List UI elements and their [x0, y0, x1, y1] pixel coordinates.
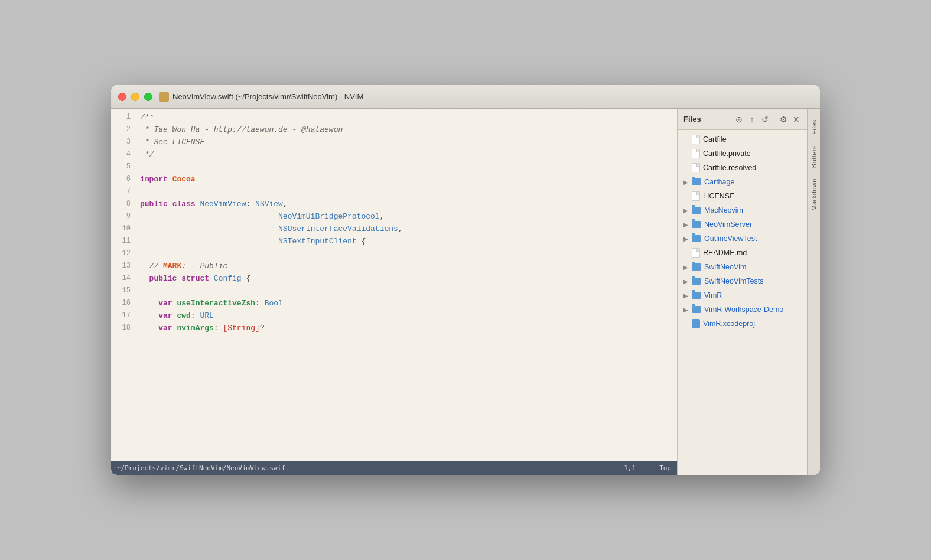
- line-content: // MARK: - Public: [138, 260, 677, 272]
- files-panel-title: Files: [683, 115, 701, 123]
- file-list[interactable]: Cartfile Cartfile.private Cartfile.resol…: [678, 130, 807, 475]
- file-type-icon: [159, 92, 169, 102]
- line-content: [138, 185, 677, 198]
- file-icon: [692, 248, 700, 258]
- table-row: 11 NSTextInputClient {: [111, 235, 677, 248]
- file-icon: [692, 191, 700, 201]
- list-item[interactable]: README.md: [678, 246, 807, 260]
- line-number: 13: [111, 260, 138, 272]
- editor-area: 1 /** 2 * Tae Won Ha - http://taewon.de …: [111, 109, 677, 475]
- line-number: 6: [111, 173, 138, 185]
- file-name: VimR.xcodeproj: [703, 320, 755, 328]
- file-icon: [692, 163, 700, 172]
- folder-name: VimR: [704, 291, 722, 299]
- line-number: 9: [111, 210, 138, 223]
- folder-name: VimR-Workspace-Demo: [704, 305, 783, 314]
- folder-icon: [692, 292, 701, 299]
- up-arrow-icon[interactable]: ↑: [747, 115, 757, 124]
- line-content: public class NeoVimView: NSView,: [138, 198, 677, 210]
- list-item[interactable]: ▶ Carthage: [678, 175, 807, 189]
- target-icon[interactable]: ⊙: [734, 115, 744, 124]
- file-panel: Files ⊙ ↑ ↺ | ⚙ ✕: [677, 109, 807, 475]
- list-item[interactable]: ▶ SwiftNeoVim: [678, 260, 807, 274]
- status-position: 1,1: [624, 464, 636, 472]
- table-row: 2 * Tae Won Ha - http://taewon.de - @hat…: [111, 123, 677, 136]
- line-content: NSUserInterfaceValidations,: [138, 223, 677, 235]
- file-icon: [692, 135, 700, 144]
- line-content: [138, 285, 677, 297]
- line-number: 16: [111, 297, 138, 310]
- file-name: Cartfile: [703, 135, 727, 144]
- line-number: 12: [111, 248, 138, 260]
- status-bar: ~/Projects/vimr/SwiftNeoVim/NeoVimView.s…: [111, 461, 677, 475]
- folder-icon: [692, 263, 701, 271]
- file-panel-toolbar: ⊙ ↑ ↺ | ⚙ ✕: [734, 115, 801, 124]
- file-name: LICENSE: [703, 192, 735, 200]
- line-number: 2: [111, 123, 138, 136]
- expand-arrow-icon: ▶: [682, 221, 689, 228]
- expand-arrow-icon: ▶: [682, 235, 689, 242]
- table-row: 8 public class NeoVimView: NSView,: [111, 198, 677, 210]
- line-content: import Cocoa: [138, 173, 677, 185]
- list-item[interactable]: ▶ SwiftNeoVimTests: [678, 274, 807, 288]
- expand-arrow-icon: ▶: [682, 178, 689, 185]
- side-tabs: Files Buffers Markdown: [807, 109, 820, 475]
- line-number: 8: [111, 198, 138, 210]
- folder-name: MacNeovim: [704, 206, 743, 214]
- gear-icon[interactable]: ⚙: [779, 115, 788, 124]
- line-content: /**: [138, 111, 677, 123]
- list-item[interactable]: ▶ MacNeovim: [678, 203, 807, 217]
- tab-buffers[interactable]: Buffers: [809, 141, 819, 172]
- table-row: 14 public struct Config {: [111, 272, 677, 285]
- close-icon[interactable]: ✕: [792, 115, 801, 124]
- line-content: [138, 161, 677, 173]
- line-number: 17: [111, 310, 138, 322]
- list-item[interactable]: Cartfile: [678, 132, 807, 146]
- list-item[interactable]: ▶ OutlineViewTest: [678, 232, 807, 246]
- folder-icon: [692, 278, 701, 285]
- line-content: [138, 248, 677, 260]
- folder-icon: [692, 178, 701, 185]
- table-row: 9 NeoVimUiBridgeProtocol,: [111, 210, 677, 223]
- code-lines: 1 /** 2 * Tae Won Ha - http://taewon.de …: [111, 109, 677, 337]
- expand-arrow-icon: ▶: [682, 263, 689, 271]
- line-content: NeoVimUiBridgeProtocol,: [138, 210, 677, 223]
- folder-name: Carthage: [704, 178, 734, 186]
- folder-icon: [692, 235, 701, 242]
- table-row: 3 * See LICENSE: [111, 136, 677, 148]
- expand-arrow-icon: ▶: [682, 306, 689, 313]
- list-item[interactable]: LICENSE: [678, 189, 807, 203]
- file-name: Cartfile.resolved: [703, 164, 756, 172]
- xcodeproj-icon: [692, 319, 700, 328]
- maximize-button[interactable]: [144, 93, 152, 101]
- list-item[interactable]: ▶ VimR-Workspace-Demo: [678, 302, 807, 317]
- file-panel-header: Files ⊙ ↑ ↺ | ⚙ ✕: [678, 109, 807, 130]
- expand-arrow-icon: ▶: [682, 207, 689, 214]
- line-number: 10: [111, 223, 138, 235]
- refresh-icon[interactable]: ↺: [760, 115, 770, 124]
- line-number: 1: [111, 111, 138, 123]
- file-name: Cartfile.private: [703, 149, 751, 158]
- file-icon: [692, 149, 700, 158]
- expand-arrow-icon: ▶: [682, 292, 689, 299]
- code-editor[interactable]: 1 /** 2 * Tae Won Ha - http://taewon.de …: [111, 109, 677, 461]
- status-scroll: Top: [659, 464, 671, 472]
- expand-arrow-icon: ▶: [682, 278, 689, 285]
- line-number: 4: [111, 148, 138, 161]
- list-item[interactable]: ▶ NeoVimServer: [678, 217, 807, 232]
- close-button[interactable]: [118, 93, 126, 101]
- minimize-button[interactable]: [131, 93, 139, 101]
- line-content: * Tae Won Ha - http://taewon.de - @hatae…: [138, 123, 677, 136]
- list-item[interactable]: Cartfile.resolved: [678, 161, 807, 175]
- line-content: NSTextInputClient {: [138, 235, 677, 248]
- file-name: README.md: [703, 249, 747, 257]
- folder-icon: [692, 221, 701, 228]
- table-row: 1 /**: [111, 111, 677, 123]
- list-item[interactable]: VimR.xcodeproj: [678, 317, 807, 331]
- table-row: 12: [111, 248, 677, 260]
- traffic-lights: [118, 93, 152, 101]
- tab-markdown[interactable]: Markdown: [809, 174, 819, 216]
- list-item[interactable]: ▶ VimR: [678, 288, 807, 302]
- tab-files[interactable]: Files: [809, 115, 819, 139]
- list-item[interactable]: Cartfile.private: [678, 146, 807, 161]
